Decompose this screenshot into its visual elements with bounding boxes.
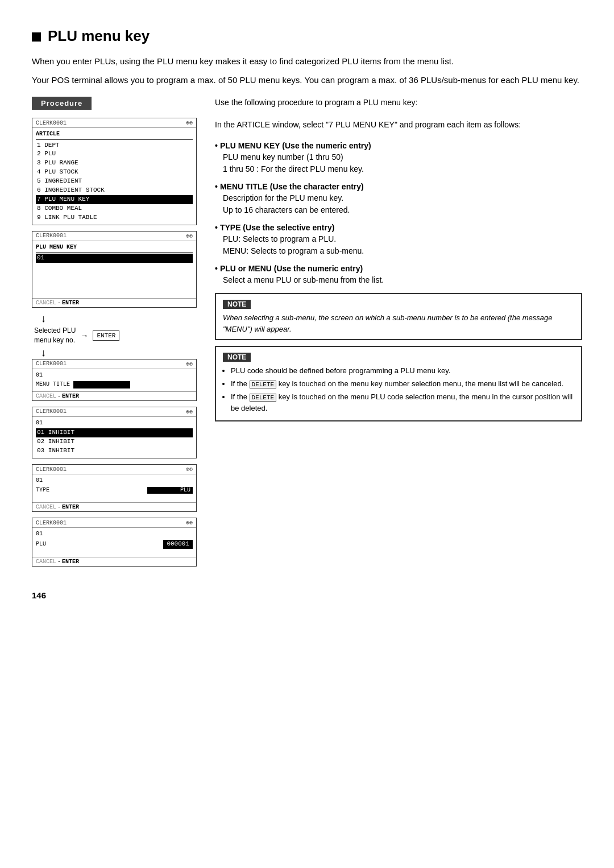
screen3-cancel: CANCEL: [36, 393, 56, 399]
bullet3-title: •TYPE (Use the selective entry): [215, 223, 582, 232]
screen2-content: PLU MENU KEY 01: [32, 241, 196, 298]
screen3-enter: ENTER: [62, 393, 79, 399]
note1-label: NOTE: [223, 300, 251, 309]
screen6-enter: ENTER: [62, 559, 79, 565]
screen2-row1: 01: [36, 254, 193, 263]
screen2-footer: CANCEL - ENTER: [32, 298, 196, 307]
bullet-3: •TYPE (Use the selective entry) PLU: Sel…: [215, 223, 582, 257]
screen5-footer: CANCEL - ENTER: [32, 502, 196, 511]
screen-article: CLERK0001 ⊕⊕ ARTICLE 1 DEPT 2 PLU 3 PLU …: [32, 118, 197, 225]
intro-paragraph-2: Your POS terminal allows you to program …: [32, 74, 582, 87]
enter-box: ENTER: [93, 330, 119, 341]
screen-inhibit-list: CLERK0001 ⊕⊕ 01 01 INHIBIT 02 INHIBIT 03…: [32, 407, 197, 458]
screen1-row9: 9 LINK PLU TABLE: [36, 213, 193, 222]
screen6-content: 01 PLU 000001: [32, 528, 196, 556]
screen1-row3: 3 PLU RANGE: [36, 159, 193, 168]
screen6-section-num: 01: [36, 530, 193, 539]
procedure-badge: Procedure: [32, 97, 92, 110]
screen6-value: 000001: [163, 540, 193, 549]
screen6-plu-row: PLU 000001: [36, 540, 193, 549]
screen5-cancel: CANCEL: [36, 504, 56, 510]
screen2-clerk: CLERK0001: [36, 233, 67, 239]
delete-key-1: DELETE: [250, 381, 277, 388]
screen1-row7-highlight: 7 PLU MENU KEY: [36, 195, 193, 204]
bullet4-line1: Select a menu PLU or sub-menu from the l…: [223, 274, 582, 286]
screen5-section-num: 01: [36, 477, 193, 485]
screen6-clerk: CLERK0001: [36, 520, 67, 526]
screen4-row1: 01 INHIBIT: [36, 428, 193, 437]
arrow-down-1: ↓: [41, 313, 197, 324]
screen4-content: 01 01 INHIBIT 02 INHIBIT 03 INHIBIT: [32, 417, 196, 458]
screen1-icons: ⊕⊕: [186, 119, 193, 126]
screen-menu-title: CLERK0001 ⊕⊕ 01 MENU TITLE CANCEL - ENTE…: [32, 359, 197, 401]
right-intro-article: In the ARTICLE window, select "7 PLU MEN…: [215, 119, 582, 131]
screen4-clerk: CLERK0001: [36, 408, 67, 415]
screen3-section-num: 01: [36, 371, 193, 380]
screen6-footer: CANCEL - ENTER: [32, 557, 196, 566]
screen3-footer: CANCEL - ENTER: [32, 391, 196, 400]
screen5-icons: ⊕⊕: [186, 466, 193, 473]
bullet-4: •PLU or MENU (Use the numeric entry) Sel…: [215, 264, 582, 286]
bullet1-line1: PLU menu key number (1 thru 50): [223, 151, 582, 163]
screen5-input-bar: PLU: [147, 487, 193, 494]
bullet1-line2: 1 thru 50 : For the direct PLU menu key.: [223, 163, 582, 175]
screen4-row3: 03 INHIBIT: [36, 447, 193, 456]
note-box-2: NOTE PLU code should be defined before p…: [215, 346, 582, 421]
delete-key-2: DELETE: [250, 394, 277, 402]
note2-list: PLU code should be defined before progra…: [223, 365, 574, 415]
screen5-enter: ENTER: [62, 504, 79, 510]
screen-type-plu: CLERK0001 ⊕⊕ 01 TYPE PLU CANCEL - ENTER: [32, 464, 197, 512]
right-column: Use the following procedure to program a…: [215, 97, 582, 572]
note-box-1: NOTE When selecting a sub-menu, the scre…: [215, 293, 582, 340]
screen4-row2: 02 INHIBIT: [36, 437, 193, 447]
screen2-icons: ⊕⊕: [186, 233, 193, 239]
screen3-clerk: CLERK0001: [36, 361, 67, 367]
screen1-row4: 4 PLU STOCK: [36, 168, 193, 177]
screen1-row8: 8 COMBO MEAL: [36, 204, 193, 213]
screen1-row1: 1 DEPT: [36, 141, 193, 150]
screen4-section-num: 01: [36, 419, 193, 428]
screen1-content: ARTICLE 1 DEPT 2 PLU 3 PLU RANGE 4 PLU S…: [32, 128, 196, 225]
screen-plu-value: CLERK0001 ⊕⊕ 01 PLU 000001 CANCEL - ENTE…: [32, 518, 197, 566]
note2-item1: PLU code should be defined before progra…: [231, 365, 574, 377]
bullet3-line1: PLU: Selects to program a PLU.: [223, 233, 582, 245]
right-intro-use-following: Use the following procedure to program a…: [215, 97, 582, 109]
screen3-content: 01 MENU TITLE: [32, 369, 196, 391]
page-title: PLU menu key: [32, 27, 582, 45]
intro-paragraph-1: When you enter PLUs, using the PLU menu …: [32, 55, 582, 68]
bullet2-title: •MENU TITLE (Use the character entry): [215, 182, 582, 191]
bullet2-line1: Description for the PLU menu key.: [223, 192, 582, 204]
screen1-row2: 2 PLU: [36, 150, 193, 159]
note2-item2: If the DELETE key is touched on the menu…: [231, 378, 574, 390]
page-number: 146: [32, 590, 582, 600]
selected-plu-row: Selected PLUmenu key no. → ENTER: [34, 326, 197, 345]
note1-text: When selecting a sub-menu, the screen on…: [223, 312, 574, 334]
left-column: Procedure CLERK0001 ⊕⊕ ARTICLE 1 DEPT 2 …: [32, 97, 197, 572]
screen2-section: PLU MENU KEY: [36, 243, 193, 253]
screen2-cancel: CANCEL: [36, 300, 56, 306]
title-square-icon: [32, 32, 41, 42]
screen3-menu-title-row: MENU TITLE: [36, 381, 193, 389]
screen5-content: 01 TYPE PLU: [32, 474, 196, 502]
bullet1-title: •PLU MENU KEY (Use the numeric entry): [215, 141, 582, 150]
selected-plu-text: Selected PLUmenu key no.: [34, 326, 76, 345]
screen1-row5: 5 INGREDIENT: [36, 177, 193, 186]
screen5-clerk: CLERK0001: [36, 466, 67, 473]
screen-plu-menu-key: CLERK0001 ⊕⊕ PLU MENU KEY 01 CANCEL - EN…: [32, 231, 197, 308]
bullet2-line2: Up to 16 characters can be entered.: [223, 204, 582, 216]
arrow-right-icon: →: [80, 331, 88, 340]
bullet-1: •PLU MENU KEY (Use the numeric entry) PL…: [215, 141, 582, 175]
screen1-row6: 6 INGREDIENT STOCK: [36, 186, 193, 195]
screen3-input-bar: [73, 381, 130, 388]
screen6-icons: ⊕⊕: [186, 519, 193, 526]
bullet3-line2: MENU: Selects to program a sub-menu.: [223, 245, 582, 257]
note2-item3: If the DELETE key is touched on the menu…: [231, 391, 574, 415]
screen2-enter: ENTER: [62, 300, 79, 306]
note2-label: NOTE: [223, 353, 251, 362]
screen5-type-row: TYPE PLU: [36, 486, 193, 495]
screen1-clerk: CLERK0001: [36, 120, 67, 126]
bullet4-title: •PLU or MENU (Use the numeric entry): [215, 264, 582, 273]
arrow-down-2: ↓: [41, 348, 197, 358]
bullet-2: •MENU TITLE (Use the character entry) De…: [215, 182, 582, 216]
screen3-icons: ⊕⊕: [186, 361, 193, 367]
